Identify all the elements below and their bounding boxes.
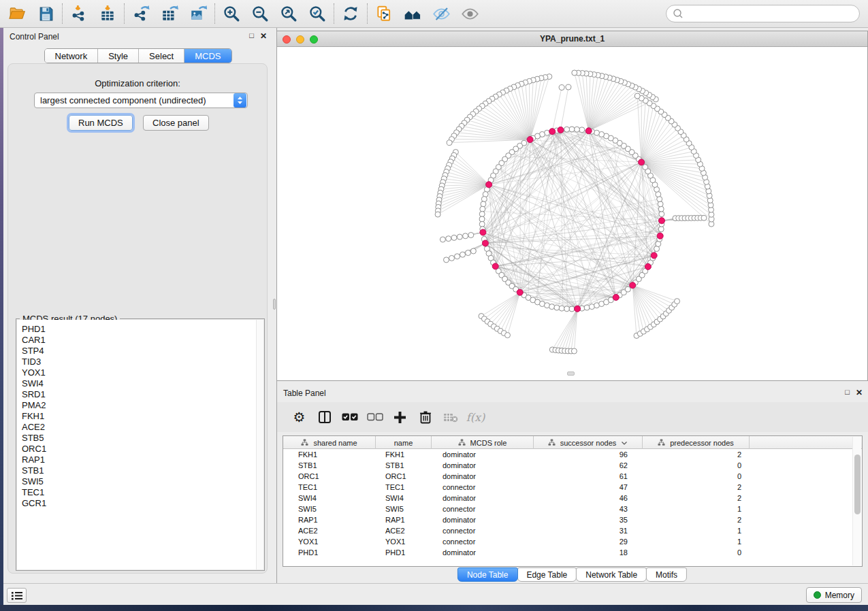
- graph-node[interactable]: [643, 165, 648, 170]
- mcds-result-item[interactable]: PHD1: [22, 324, 256, 335]
- float-panel-icon[interactable]: □: [845, 388, 850, 397]
- hide-selected-icon[interactable]: [427, 2, 455, 25]
- graph-node[interactable]: [468, 233, 474, 238]
- new-column-icon[interactable]: [387, 407, 413, 427]
- graph-hub-node[interactable]: [527, 137, 533, 143]
- graph-node[interactable]: [675, 299, 680, 304]
- mcds-result-item[interactable]: TID3: [22, 357, 256, 367]
- export-network-icon[interactable]: [127, 2, 155, 25]
- first-neighbors-icon[interactable]: [398, 2, 427, 25]
- save-session-icon[interactable]: [31, 2, 60, 25]
- run-mcds-button[interactable]: Run MCDS: [69, 115, 133, 131]
- graph-node[interactable]: [566, 84, 571, 90]
- mcds-result-item[interactable]: ORC1: [22, 444, 256, 455]
- table-row[interactable]: TEC1TEC1connector472: [283, 482, 862, 493]
- open-file-icon[interactable]: [3, 2, 31, 25]
- table-row[interactable]: RAP1RAP1dominator352: [283, 514, 862, 525]
- tab-network-table[interactable]: Network Table: [576, 567, 647, 582]
- column-header-predecessor-nodes[interactable]: predecessor nodes: [643, 436, 750, 449]
- graph-node[interactable]: [574, 127, 579, 132]
- graph-node[interactable]: [579, 127, 585, 133]
- mcds-result-item[interactable]: CAR1: [22, 335, 256, 346]
- mcds-result-item[interactable]: SRD1: [22, 389, 256, 400]
- table-scrollbar[interactable]: [852, 437, 861, 565]
- graph-node[interactable]: [481, 201, 486, 207]
- memory-button[interactable]: Memory: [806, 587, 862, 603]
- graph-node[interactable]: [571, 348, 577, 354]
- graph-node[interactable]: [584, 305, 590, 310]
- graph-node[interactable]: [447, 140, 452, 146]
- graph-node[interactable]: [463, 233, 468, 239]
- graph-hub-node[interactable]: [651, 252, 657, 259]
- export-image-icon[interactable]: [184, 2, 212, 25]
- graph-hub-node[interactable]: [659, 218, 665, 224]
- graph-node[interactable]: [435, 212, 440, 217]
- graph-node[interactable]: [451, 235, 457, 240]
- graph-hub-node[interactable]: [517, 289, 523, 295]
- graph-node[interactable]: [569, 127, 575, 132]
- graph-node[interactable]: [658, 201, 663, 207]
- graph-node[interactable]: [659, 212, 664, 217]
- search-box[interactable]: [666, 5, 860, 22]
- graph-node[interactable]: [569, 306, 575, 312]
- zoom-fit-content-icon[interactable]: [274, 2, 303, 25]
- mcds-result-item[interactable]: SWI4: [22, 378, 256, 389]
- column-header-shared-name[interactable]: shared name: [283, 436, 376, 449]
- graph-node[interactable]: [479, 212, 485, 217]
- column-header-successor-nodes[interactable]: successor nodes: [534, 436, 643, 449]
- graph-node[interactable]: [634, 93, 640, 99]
- duplicate-network-icon[interactable]: [370, 2, 398, 25]
- graph-node[interactable]: [701, 215, 707, 220]
- graph-node[interactable]: [440, 237, 445, 242]
- graph-node[interactable]: [444, 257, 449, 263]
- graph-node[interactable]: [481, 197, 487, 202]
- tab-select[interactable]: Select: [139, 49, 184, 63]
- graph-node[interactable]: [505, 333, 511, 338]
- graph-node[interactable]: [470, 248, 476, 254]
- search-input[interactable]: [687, 7, 859, 20]
- deselect-all-icon[interactable]: [362, 407, 387, 427]
- graph-hub-node[interactable]: [575, 306, 581, 312]
- mcds-result-item[interactable]: ACE2: [22, 422, 256, 433]
- graph-node[interactable]: [559, 85, 564, 90]
- table-scrollbar-thumb[interactable]: [854, 455, 861, 514]
- table-row[interactable]: ACE2ACE2connector311: [283, 525, 862, 536]
- column-header-mcds-role[interactable]: MCDS role: [432, 436, 534, 449]
- graph-node[interactable]: [479, 216, 485, 222]
- select-all-icon[interactable]: [337, 407, 362, 427]
- zoom-out-icon[interactable]: [246, 2, 274, 25]
- graph-node[interactable]: [572, 70, 577, 76]
- graph-hub-node[interactable]: [585, 128, 592, 134]
- mcds-result-item[interactable]: STB1: [22, 465, 256, 476]
- table-row[interactable]: FKH1FKH1dominator962: [283, 449, 862, 460]
- mcds-result-item[interactable]: STP4: [22, 346, 256, 357]
- graph-hub-node[interactable]: [630, 282, 636, 288]
- table-row[interactable]: SWI5SWI5connector431: [283, 503, 862, 514]
- graph-hub-node[interactable]: [645, 263, 651, 269]
- graph-hub-node[interactable]: [492, 263, 498, 269]
- table-row[interactable]: YOX1YOX1connector291: [283, 536, 862, 547]
- column-header-name[interactable]: name: [376, 436, 432, 449]
- table-row[interactable]: PHD1PHD1dominator180: [283, 547, 862, 558]
- zoom-in-icon[interactable]: [217, 2, 246, 25]
- graph-hub-node[interactable]: [613, 295, 619, 301]
- graph-node[interactable]: [455, 254, 460, 259]
- vertical-splitter[interactable]: [272, 28, 277, 583]
- graph-node[interactable]: [625, 286, 630, 292]
- mcds-result-item[interactable]: STB5: [22, 433, 256, 444]
- close-panel-icon[interactable]: ✕: [856, 388, 863, 397]
- mcds-result-item[interactable]: PMA2: [22, 400, 256, 411]
- graph-node[interactable]: [658, 227, 664, 232]
- mcds-result-item[interactable]: TEC1: [22, 487, 256, 498]
- mcds-result-item[interactable]: SWI5: [22, 476, 256, 487]
- mcds-result-item[interactable]: RAP1: [22, 455, 256, 465]
- apply-preferred-layout-icon[interactable]: [336, 2, 365, 25]
- show-all-icon[interactable]: [455, 2, 484, 25]
- graph-node[interactable]: [658, 206, 664, 212]
- task-history-button[interactable]: [7, 588, 27, 603]
- vertical-splitter-handle[interactable]: [273, 299, 276, 310]
- delete-column-icon[interactable]: [413, 407, 438, 427]
- network-window-titlebar[interactable]: YPA_prune.txt_1: [277, 31, 867, 47]
- optimization-criterion-select[interactable]: largest connected component (undirected): [34, 93, 248, 108]
- graph-node[interactable]: [460, 252, 466, 257]
